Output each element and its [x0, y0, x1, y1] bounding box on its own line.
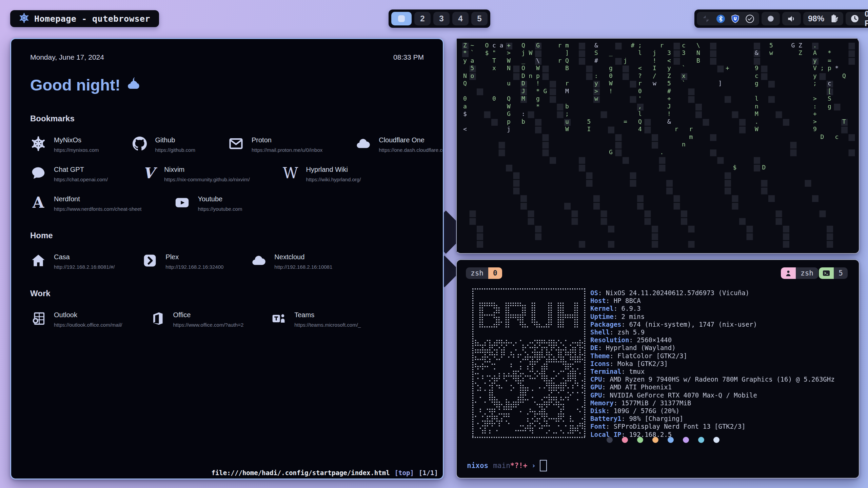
bookmark-url: https://one.dash.cloudflare.com/ — [379, 147, 443, 153]
statusbar-url: file:///home/hadi/.config/startpage/inde… — [211, 469, 390, 476]
idle-indicator[interactable] — [762, 12, 780, 25]
chat-icon — [30, 166, 46, 182]
terminal-color-palette — [607, 437, 719, 443]
bookmark-teams[interactable]: Teamshttps://teams.microsoft.com/_ — [271, 311, 361, 328]
git-branch: main*?!+ — [493, 462, 527, 470]
workspace-1-active[interactable] — [391, 12, 412, 25]
bookmark-outlook[interactable]: Outlookhttps://outlook.office.com/mail/ — [30, 311, 122, 328]
record-dot-icon — [766, 14, 775, 23]
fastfetch-line: Memory: 1577MiB / 31377MiB — [590, 399, 835, 407]
connect-icon[interactable] — [702, 14, 711, 23]
cloud-icon — [251, 253, 267, 270]
cmatrix-rain — [457, 39, 857, 252]
bookmark-url: http://192.168.2.16:32400 — [165, 264, 223, 270]
bookmark-title: Cloudflare One — [379, 136, 443, 144]
startpage: Monday, June 17, 2024 08:33 PM Good nigh… — [11, 39, 443, 479]
workspace-3[interactable]: 3 — [433, 12, 450, 25]
statusbar-tab-index: [1/1] — [419, 469, 438, 476]
fastfetch-line: Icons: Moka [GTK2/3] — [590, 360, 835, 368]
workspace-5[interactable]: 5 — [471, 12, 488, 25]
bookmark-nerdfont[interactable]: ANerdfonthttps://www.nerdfonts.com/cheat… — [30, 195, 141, 212]
bookmark-hyprland-wiki[interactable]: WHyprland Wikihttps://wiki.hyprland.org/ — [282, 166, 361, 182]
bookmark-plex[interactable]: Plexhttp://192.168.2.16:32400 — [142, 253, 223, 270]
volume-control[interactable] — [782, 12, 801, 25]
bookmark-url: https://www.nerdfonts.com/cheat-sheet — [54, 206, 141, 212]
snowflake-icon — [30, 136, 46, 153]
bluetooth-icon[interactable] — [716, 14, 725, 23]
startpage-time: 08:33 PM — [393, 53, 424, 61]
greeting-text: Good night! — [30, 76, 120, 94]
bookmark-url: https://github.com — [155, 147, 195, 153]
palette-swatch — [607, 437, 613, 443]
bookmark-nixvim[interactable]: VNixvimhttps://nix-community.github.io/n… — [140, 166, 250, 182]
prompt-host: nixos — [467, 462, 488, 470]
bookmark-title: MyNixOs — [54, 136, 99, 144]
bookmark-title: Nextcloud — [274, 253, 332, 261]
pane-count-value: 5 — [834, 267, 848, 279]
git-flags: *?!+ — [510, 462, 528, 470]
bookmark-github[interactable]: Githubhttps://github.com — [132, 136, 195, 153]
bookmark-title: Proton — [252, 136, 322, 144]
letter-v-icon: V — [140, 166, 157, 182]
fastfetch-line: GPU: AMD ATI Phoenix1 — [590, 383, 835, 391]
fastfetch-info: OS: NixOS 24.11.20240612.57d6973 (Vicuña… — [590, 289, 835, 439]
shell-prompt: nixos main*?!+ › — [467, 460, 547, 471]
tmux-window-name: zsh — [466, 267, 488, 279]
bookmark-title: Casa — [54, 253, 115, 261]
cloud-icon — [355, 136, 371, 153]
status-tray-pill: 98% 08:33 PM — [694, 9, 868, 28]
plex-icon — [142, 253, 158, 270]
matrix-terminal-window[interactable] — [456, 38, 860, 254]
bookmark-title: Chat GPT — [54, 166, 108, 174]
fastfetch-line: OS: NixOS 24.11.20240612.57d6973 (Vicuña… — [590, 289, 835, 297]
bookmark-url: https://chat.openai.com/ — [54, 177, 108, 182]
bookmark-row: ANerdfonthttps://www.nerdfonts.com/cheat… — [30, 195, 424, 212]
palette-swatch — [668, 437, 674, 443]
check-circle-icon[interactable] — [745, 14, 754, 23]
window-title: Homepage - qutebrowser — [34, 14, 150, 24]
bookmark-title: Teams — [294, 311, 361, 319]
bookmark-url: https://wiki.hyprland.org/ — [306, 177, 361, 182]
bookmark-casa[interactable]: Casahttp://192.168.2.16:8081/#/ — [30, 253, 115, 270]
bookmark-youtube[interactable]: Youtubehttps://youtube.com — [174, 195, 242, 212]
home-icon — [30, 253, 46, 270]
active-window-title-pill[interactable]: Homepage - qutebrowser — [10, 10, 159, 27]
bookmark-url: https://youtube.com — [198, 206, 242, 212]
bookmark-mynixos[interactable]: MyNixOshttps://mynixos.com — [30, 136, 99, 153]
qutebrowser-window[interactable]: Monday, June 17, 2024 08:33 PM Good nigh… — [10, 38, 444, 480]
github-icon — [132, 136, 148, 153]
workspaces-pill: 2345 — [389, 9, 490, 28]
fastfetch-line: Disk: 109G / 576G (20%) — [590, 407, 835, 415]
moon-cloud-icon — [126, 75, 142, 95]
nix-snowflake-icon — [19, 13, 29, 24]
bookmark-chat-gpt[interactable]: Chat GPThttps://chat.openai.com/ — [30, 166, 108, 182]
battery-indicator[interactable]: 98% — [803, 12, 843, 25]
workspace-2[interactable]: 2 — [414, 12, 431, 25]
bookmark-url: https://www.office.com/?auth=2 — [173, 322, 243, 328]
bookmark-office[interactable]: Officehttps://www.office.com/?auth=2 — [149, 311, 243, 328]
bookmark-title: Hyprland Wiki — [306, 166, 361, 174]
tmux-terminal-window[interactable]: zsh 0 zsh 5 OS: NixOS 24.11.20240612.57d… — [456, 259, 860, 479]
workspace-4[interactable]: 4 — [452, 12, 469, 25]
tmux-session-name: zsh — [796, 267, 818, 279]
clock-indicator[interactable]: 08:33 PM — [846, 12, 868, 25]
bookmark-proton[interactable]: Protonhttps://mail.proton.me/u/0/inbox — [228, 136, 322, 153]
section-title-work: Work — [30, 289, 424, 298]
qutebrowser-statusbar: file:///home/hadi/.config/startpage/inde… — [211, 469, 438, 476]
bookmark-row: MyNixOshttps://mynixos.comGithubhttps://… — [30, 136, 424, 153]
outlook-icon — [30, 311, 46, 328]
palette-swatch — [622, 437, 628, 443]
bookmark-cloudflare-one[interactable]: Cloudflare Onehttps://one.dash.cloudflar… — [355, 136, 443, 153]
volume-icon — [787, 14, 796, 23]
battery-percent: 98% — [808, 14, 824, 23]
bookmark-title: Youtube — [198, 195, 242, 203]
fastfetch-ascii-art-bruh — [472, 288, 586, 438]
statusbar-scroll-position: [top] — [395, 469, 414, 476]
user-icon — [781, 267, 796, 279]
shield-icon[interactable] — [731, 14, 740, 23]
fastfetch-line: Uptime: 2 mins — [590, 313, 835, 321]
fastfetch-line: Shell: zsh 5.9 — [590, 328, 835, 336]
bookmark-nextcloud[interactable]: Nextcloudhttp://192.168.2.16:10081 — [251, 253, 332, 270]
fastfetch-line: GPU: NVIDIA GeForce RTX 4070 Max-Q / Mob… — [590, 391, 835, 399]
bookmark-row: Outlookhttps://outlook.office.com/mail/O… — [30, 311, 424, 328]
